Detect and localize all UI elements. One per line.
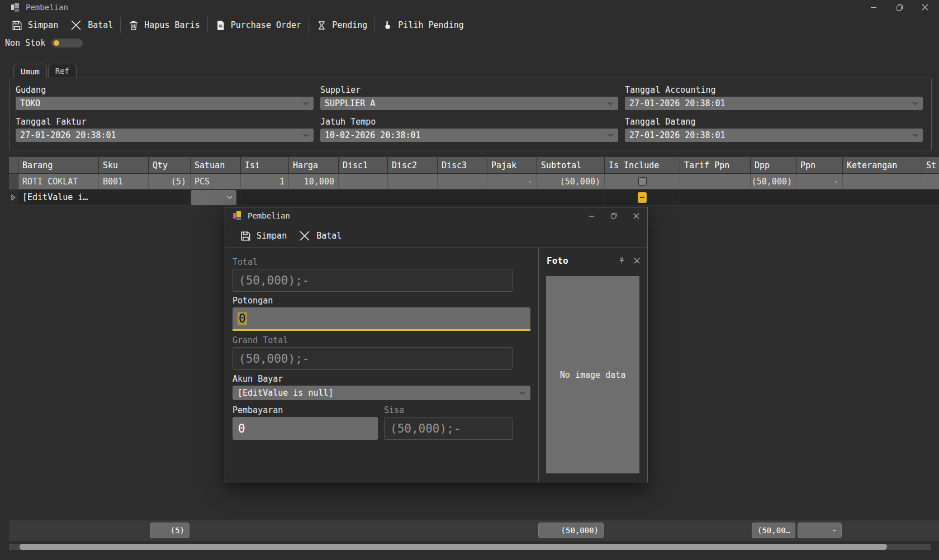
column-header-qty[interactable]: Qty (149, 157, 191, 174)
column-header-satuan[interactable]: Satuan (191, 157, 241, 174)
toolbar-button-simpan[interactable]: Simpan (6, 16, 64, 34)
row-expand-arrow-icon[interactable] (9, 189, 18, 206)
cell-is-include[interactable] (605, 174, 680, 189)
dialog-minimize-button[interactable] (580, 207, 603, 224)
summary-subtotal: (50,000) (538, 523, 604, 538)
column-header-keterangan[interactable]: Keterangan (843, 157, 922, 174)
cell-dpp[interactable]: (50,000) (751, 174, 796, 189)
field-gudang: Gudang TOKO Tanggal Faktur 27-01-2026 20… (16, 85, 314, 149)
column-header-tarif-ppn[interactable]: Tarif Ppn (680, 157, 751, 174)
column-header-disc3[interactable]: Disc3 (438, 157, 487, 174)
chevron-down-icon[interactable] (303, 134, 309, 137)
foto-panel: Foto No image data (538, 248, 647, 482)
tab-ref[interactable]: Ref (48, 64, 77, 78)
cell-satuan[interactable]: PCS (191, 174, 241, 189)
indeterminate-checkbox[interactable] (638, 192, 647, 203)
toolbar-button-pilih-pending[interactable]: Pilih Pending (377, 16, 469, 34)
column-header-dpp[interactable]: Dpp (751, 157, 796, 174)
foto-title: Foto (547, 255, 568, 266)
cell-subtotal[interactable]: (50,000) (537, 174, 605, 189)
cell-ppn[interactable]: - (796, 174, 843, 189)
tab-panel-umum: Gudang TOKO Tanggal Faktur 27-01-2026 20… (9, 78, 932, 150)
toolbar-button-purchase-order[interactable]: Purchase Order (210, 16, 307, 34)
column-header-disc1[interactable]: Disc1 (339, 157, 388, 174)
dialog-simpan-button[interactable]: Simpan (234, 227, 292, 245)
cell-sku[interactable]: B001 (99, 174, 149, 189)
is-include-checkbox[interactable] (638, 177, 647, 186)
tanggal-accounting-combobox[interactable]: 27-01-2026 20:38:01 (625, 97, 923, 110)
cell-isi[interactable]: 1 (241, 174, 289, 189)
toolbar-label: Hapus Baris (144, 20, 200, 30)
column-header-isi[interactable]: Isi (241, 157, 289, 174)
summary-ppn: - (798, 523, 842, 538)
chevron-down-icon[interactable] (608, 102, 614, 106)
minimize-button[interactable] (861, 0, 886, 15)
column-header-barang[interactable]: Barang (18, 157, 99, 174)
editor-cell-tail[interactable] (680, 189, 939, 206)
cell-disc2[interactable] (388, 174, 438, 189)
editor-cell-satuan[interactable] (191, 189, 241, 206)
column-header-sku[interactable]: Sku (99, 157, 149, 174)
row-indicator[interactable] (9, 174, 18, 189)
cell-disc1[interactable] (339, 174, 388, 189)
cell-barang[interactable]: ROTI COKLAT (18, 174, 99, 189)
potongan-label: Potongan (233, 296, 538, 307)
non-stok-toggle[interactable] (51, 39, 83, 48)
dialog-close-button[interactable] (625, 207, 647, 224)
chevron-down-icon[interactable] (303, 102, 309, 106)
jatuh-tempo-combobox[interactable]: 10-02-2026 20:38:01 (320, 129, 618, 142)
column-header-harga[interactable]: Harga (289, 157, 339, 174)
column-header-is-include[interactable]: Is Include (605, 157, 680, 174)
akun-bayar-combobox[interactable]: [EditValue is null] (233, 386, 530, 400)
pay-fields-row: 0 (50,000);- (233, 417, 538, 440)
main-toolbar: Simpan Batal Hapus Baris Purchase Order … (0, 15, 470, 35)
cell-tarif-ppn[interactable] (680, 174, 751, 189)
column-header-pajak[interactable]: Pajak (487, 157, 537, 174)
column-header-subtotal[interactable]: Subtotal (537, 157, 605, 174)
jatuh-tempo-label: Jatuh Tempo (320, 117, 618, 129)
dialog-controls (580, 207, 647, 224)
grand-total-field: (50,000);- (233, 347, 513, 370)
field-tanggal-accounting: Tanggal Accounting 27-01-2026 20:38:01 T… (625, 85, 923, 149)
toolbar-button-hapus-baris[interactable]: Hapus Baris (122, 16, 205, 34)
chevron-down-icon[interactable] (912, 102, 918, 106)
chevron-down-icon[interactable] (608, 134, 614, 137)
pin-icon[interactable] (618, 257, 625, 264)
toolbar-button-pending[interactable]: Pending (311, 16, 373, 34)
cell-pajak[interactable]: - (487, 174, 537, 189)
editor-cell-mid[interactable] (241, 189, 605, 206)
cell-status[interactable] (922, 174, 939, 189)
column-header-ppn[interactable]: Ppn (796, 157, 843, 174)
row-indicator-header (9, 157, 18, 174)
restore-button[interactable] (886, 0, 912, 15)
tanggal-datang-combobox[interactable]: 27-01-2026 20:38:01 (625, 129, 923, 142)
pembayaran-input[interactable]: 0 (233, 417, 378, 440)
dialog-form: Total (50,000);- Potongan 0 Grand Total … (225, 248, 538, 482)
dialog-maximize-button[interactable] (603, 207, 625, 224)
satuan-dropdown[interactable] (191, 190, 236, 205)
column-header-status[interactable]: St (922, 157, 939, 174)
cell-keterangan[interactable] (843, 174, 922, 189)
foto-close-button[interactable] (634, 258, 640, 264)
dialog-body: Total (50,000);- Potongan 0 Grand Total … (225, 248, 647, 482)
cell-qty[interactable]: (5) (149, 174, 191, 189)
tab-umum[interactable]: Umum (13, 64, 47, 78)
horizontal-scrollbar[interactable] (9, 544, 931, 550)
chevron-down-icon[interactable] (519, 391, 525, 395)
cell-disc3[interactable] (438, 174, 487, 189)
chevron-down-icon[interactable] (912, 134, 918, 137)
tanggal-faktur-combobox[interactable]: 27-01-2026 20:38:01 (16, 129, 314, 142)
editor-cell-barang[interactable]: [EditValue i… (18, 189, 191, 206)
potongan-input[interactable]: 0 (233, 307, 530, 331)
supplier-combobox[interactable]: SUPPLIER A (320, 97, 618, 110)
toolbar-button-batal[interactable]: Batal (64, 16, 118, 34)
scrollbar-thumb[interactable] (20, 544, 887, 550)
column-header-disc2[interactable]: Disc2 (388, 157, 438, 174)
cell-harga[interactable]: 10,000 (289, 174, 339, 189)
field-supplier: Supplier SUPPLIER A Jatuh Tempo 10-02-20… (320, 85, 618, 149)
close-button[interactable] (912, 0, 938, 15)
editor-cell-is-include[interactable] (605, 189, 680, 206)
gudang-combobox[interactable]: TOKO (16, 97, 314, 110)
non-stok-row: Non Stok (5, 37, 83, 49)
dialog-batal-button[interactable]: Batal (292, 227, 347, 245)
